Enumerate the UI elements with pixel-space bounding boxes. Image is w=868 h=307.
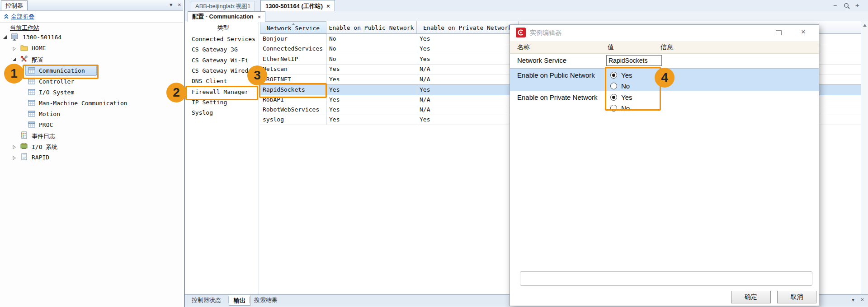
collapse-arrow-icon[interactable] <box>13 156 16 160</box>
grid-icon <box>28 89 36 96</box>
cell-private: Yes <box>420 35 430 42</box>
tree-item-communication[interactable]: Communication <box>0 66 183 76</box>
column-header-label: Enable on Private Network <box>423 24 512 31</box>
column-header-public[interactable]: Enable on Public Network <box>326 21 417 33</box>
tab-config-communication[interactable]: 配置 - Communication × <box>188 11 265 22</box>
tab-view1-label: ABB-beijinglab:视图1 <box>195 2 250 10</box>
cell-public: Yes <box>329 86 340 93</box>
tree-item-proc[interactable]: PROC <box>0 120 183 130</box>
tree-item-man-machine[interactable]: Man-Machine Communication <box>0 98 183 108</box>
column-header-label: Network Service <box>267 25 320 32</box>
tree-item-event-log[interactable]: 事件日志 <box>0 131 183 141</box>
tree-item-config[interactable]: 配置 <box>0 55 183 65</box>
close-icon[interactable]: × <box>861 297 864 303</box>
tab-label: 控制器状态 <box>192 296 221 304</box>
tree-item-io-system[interactable]: I/O 系统 <box>0 142 183 152</box>
tree-item-label: 1300-501164 <box>23 34 61 41</box>
magnifier-icon[interactable] <box>844 3 850 9</box>
tab-view1[interactable]: ABB-beijinglab:视图1 <box>191 1 255 11</box>
tree-item-motion[interactable]: Motion <box>0 109 183 119</box>
current-station-link[interactable]: 当前工作站 <box>10 24 39 32</box>
close-icon[interactable]: × <box>801 28 806 37</box>
tab-output-active[interactable]: 输出 <box>229 295 250 306</box>
radio-public-no[interactable] <box>610 83 617 89</box>
scroll-up-icon[interactable] <box>863 24 867 27</box>
collapse-all-row[interactable]: 全部折叠 <box>0 11 183 23</box>
close-icon[interactable]: × <box>326 3 330 9</box>
radio-private-yes[interactable] <box>610 94 617 101</box>
type-item-cs-gateway-wired[interactable]: CS Gateway Wired <box>192 67 248 74</box>
type-item-cs-gateway-wifi[interactable]: CS Gateway Wi-Fi <box>192 57 248 64</box>
service-value-input[interactable]: RapidSockets <box>606 55 662 66</box>
tree-item-label: PROC <box>39 121 53 128</box>
cell-private: N/A <box>420 96 430 103</box>
sort-up-icon <box>292 23 295 25</box>
tab-search-results[interactable]: 搜索结果 <box>250 295 282 305</box>
collapse-arrow-icon[interactable] <box>13 145 16 149</box>
type-item-firewall-manager[interactable]: Firewall Manager <box>192 88 248 95</box>
tree-item-root[interactable]: 1300-501164 <box>0 33 183 42</box>
dialog-row-public-label: Enable on Public Network <box>517 71 595 79</box>
grid-icon <box>28 67 36 74</box>
type-item-dns-client[interactable]: DNS Client <box>192 78 227 84</box>
cell-private: Yes <box>420 86 430 93</box>
type-item-ip-setting[interactable]: IP Setting <box>192 99 227 106</box>
tools-icon <box>20 56 28 63</box>
dialog-col-info: 信息 <box>660 43 673 51</box>
cell-service: syslog <box>263 116 284 123</box>
cell-public: Yes <box>329 65 340 72</box>
event-log-icon <box>20 131 28 139</box>
minimize-icon[interactable]: − <box>833 2 837 9</box>
tab-label: 搜索结果 <box>254 296 278 304</box>
collapse-all-icon <box>4 14 9 19</box>
dialog-col-value: 值 <box>608 43 614 51</box>
cell-service: RapidSockets <box>263 86 305 93</box>
cell-public: Yes <box>329 116 340 123</box>
cell-service: Bonjour <box>263 35 288 42</box>
close-icon[interactable]: × <box>178 1 181 8</box>
service-value-text: RapidSockets <box>609 57 647 64</box>
cell-private: N/A <box>420 76 430 83</box>
radio-public-no-label[interactable]: No <box>621 82 630 90</box>
radio-public-yes-label[interactable]: Yes <box>621 71 632 79</box>
cancel-button[interactable]: 取消 <box>777 291 816 303</box>
sub-tabbar <box>185 11 868 22</box>
cell-service: ConnectedServices <box>263 45 323 52</box>
radio-private-no[interactable] <box>610 105 617 112</box>
tab-station[interactable]: 1300-501164 (工作站) × <box>260 0 335 12</box>
type-item-connected-services[interactable]: Connected Services <box>192 36 255 42</box>
tab-label: 输出 <box>234 297 245 305</box>
dialog-row-private-label: Enable on Private Network <box>517 93 598 101</box>
tree-item-home[interactable]: HOME <box>0 43 183 53</box>
dock-icon[interactable]: ▾ <box>852 297 854 303</box>
controller-panel-header: 控制器 ▾ × <box>0 0 183 11</box>
dock-icon[interactable]: ▾ <box>170 1 173 8</box>
radio-public-yes[interactable] <box>610 72 617 79</box>
ok-button[interactable]: 确定 <box>731 291 771 303</box>
radio-private-yes-label[interactable]: Yes <box>621 93 632 101</box>
expand-arrow-icon[interactable] <box>13 57 16 61</box>
maximize-icon[interactable] <box>776 30 782 35</box>
column-header-network-service[interactable]: Network Service <box>260 21 326 33</box>
tree-item-label: HOME <box>32 45 46 51</box>
plus-icon[interactable]: + <box>855 2 859 9</box>
cell-public: Yes <box>329 76 340 83</box>
radio-private-no-label[interactable]: No <box>621 104 630 112</box>
dialog-comment-box[interactable] <box>520 271 812 286</box>
cell-private: Yes <box>420 56 430 62</box>
tree-item-controller[interactable]: Controller <box>0 77 183 87</box>
tree-item-label: Man-Machine Communication <box>39 100 127 107</box>
tree-item-io-system-config[interactable]: I/O System <box>0 88 183 98</box>
type-item-cs-gateway-3g[interactable]: CS Gateway 3G <box>192 46 238 53</box>
close-icon[interactable]: × <box>258 14 261 20</box>
cell-service: Netscan <box>263 65 288 72</box>
vertical-scrollbar[interactable] <box>861 21 868 294</box>
type-item-syslog[interactable]: Syslog <box>192 109 213 116</box>
tab-controller-status[interactable]: 控制器状态 <box>187 295 226 305</box>
collapse-all-link[interactable]: 全部折叠 <box>11 13 34 21</box>
column-header-private[interactable]: Enable on Private Network <box>417 21 519 33</box>
collapse-arrow-icon[interactable] <box>13 47 16 51</box>
tree-item-rapid[interactable]: RAPID <box>0 153 183 163</box>
folder-icon <box>20 44 28 51</box>
expand-arrow-icon[interactable] <box>3 35 7 39</box>
